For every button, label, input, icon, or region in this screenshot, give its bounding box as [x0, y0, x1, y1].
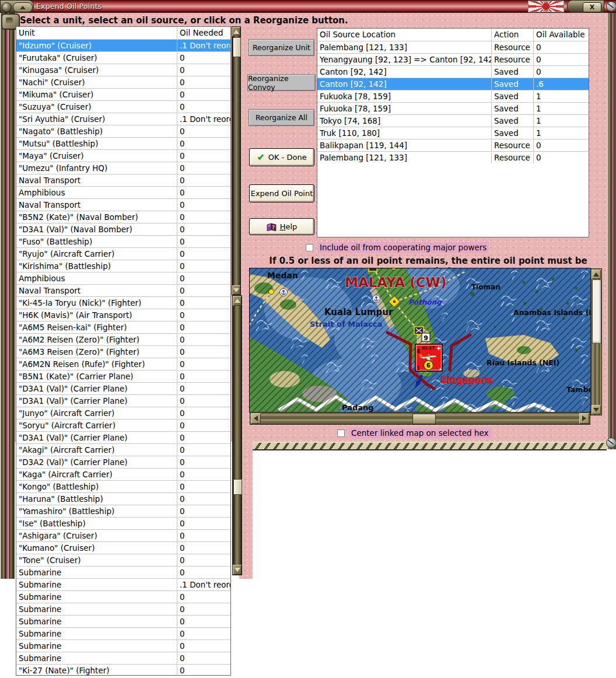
unit-row[interactable]: "Idzumo" (Cruiser) .1 Don't reorg: [16, 39, 230, 51]
oil-source-row[interactable]: Yenangyaung [92, 123] => Canton [92, 142…: [317, 53, 589, 65]
unit-table-scrollbar[interactable]: [232, 26, 241, 295]
unit-row[interactable]: "Ise" (Battleship) 0: [16, 517, 230, 529]
oil-source-row[interactable]: Truk [110, 180] Saved 1: [317, 127, 589, 139]
oil-source-row[interactable]: Canton [92, 142] Saved 0: [317, 65, 589, 78]
oil-source-row[interactable]: Canton [92, 142] Saved .6: [317, 78, 589, 90]
map-label-strait-of-malacca: Strait of Malacca: [310, 320, 382, 328]
expend-oil-point-button[interactable]: Expend Oil Point: [249, 184, 314, 202]
unit-row[interactable]: Submarine 0: [16, 590, 230, 603]
unit-row[interactable]: Submarine 0: [16, 627, 230, 639]
close-panel: X: [567, 0, 604, 13]
unit-row[interactable]: Amphibious 0: [16, 186, 230, 198]
unit-row[interactable]: "Ryujo" (Aircraft Carrier) 0: [16, 247, 230, 260]
instruction-text: Select a unit, select an oil source, or …: [20, 15, 592, 26]
include-oil-checkbox[interactable]: [306, 244, 313, 251]
unit-row[interactable]: "D3A1 (Val)" (Carrier Plane) 0: [16, 431, 230, 443]
unit-row[interactable]: "Soryu" (Aircraft Carrier) 0: [16, 419, 230, 431]
map-viewport[interactable]: 9 Ki-27 4 1 6: [250, 268, 590, 412]
unit-row[interactable]: "Yamashiro" (Battleship) 0: [16, 505, 230, 517]
unit-row[interactable]: "A6M5 Reisen-kai" (Fighter) 0: [16, 321, 230, 333]
unit-row[interactable]: "Maya" (Cruiser) 0: [16, 149, 230, 162]
unit-row[interactable]: "Junyo" (Aircraft Carrier) 0: [16, 407, 230, 419]
help-button[interactable]: ? Help: [249, 218, 314, 235]
scroll-down-button[interactable]: [233, 565, 242, 575]
reorganize-all-button[interactable]: Reorganize All: [249, 109, 314, 126]
system-knob-icon[interactable]: [2, 2, 12, 12]
unit-row[interactable]: "Kirishima" (Battleship) 0: [16, 260, 230, 272]
scroll-up-button[interactable]: [233, 296, 242, 306]
unit-row[interactable]: "B5N1 (Kate)" (Carrier Plane) 0: [16, 370, 230, 382]
scroll-down-button[interactable]: [232, 285, 240, 295]
unit-row[interactable]: "Mikuma" (Cruiser) 0: [16, 88, 230, 100]
unit-row[interactable]: "Kaga" (Aircraft Carrier) 0: [16, 468, 230, 480]
unit-row[interactable]: "Kongo" (Battleship) 0: [16, 480, 230, 492]
unit-row[interactable]: Amphibious 0: [16, 272, 230, 284]
unit-row[interactable]: "A6M2 Reisen (Zero)" (Fighter) 0: [16, 333, 230, 345]
unit-row[interactable]: "D3A1 (Val)" (Naval Bomber) 0: [16, 223, 230, 235]
unit-row[interactable]: "Furutaka" (Cruiser) 0: [16, 51, 230, 64]
unit-row[interactable]: "Mutsu" (Battleship) 0: [16, 137, 230, 149]
center-map-option[interactable]: Center linked map on selected hex: [337, 428, 491, 438]
unit-row[interactable]: "B5N2 (Kate)" (Naval Bomber) 0: [16, 211, 230, 223]
unit-row[interactable]: "Fuso" (Battleship) 0: [16, 235, 230, 247]
unit-row[interactable]: "Umezu" (Infantry HQ) 0: [16, 162, 230, 174]
unit-row[interactable]: Naval Transport 0: [16, 174, 230, 186]
unit-name-cell: "Maya" (Cruiser): [16, 150, 177, 162]
ok-done-button[interactable]: ✔ OK - Done: [249, 148, 314, 166]
unit-row[interactable]: "Nagato" (Battleship) 0: [16, 125, 230, 137]
unit-row[interactable]: "Nachi" (Cruiser) 0: [16, 76, 230, 88]
unit-row[interactable]: Naval Transport 0: [16, 284, 230, 296]
map-horizontal-scrollbar[interactable]: [250, 412, 590, 425]
unit-row[interactable]: Submarine 0: [16, 566, 230, 578]
unit-row[interactable]: "D3A1 (Val)" (Carrier Plane) 0: [16, 394, 230, 407]
unit-row[interactable]: Submarine .1 Don't reorg: [16, 578, 230, 590]
oil-source-row[interactable]: Tokyo [74, 168] Saved 1: [317, 114, 589, 127]
map-scroll-right-button[interactable]: [579, 413, 589, 424]
close-button[interactable]: X: [583, 2, 601, 12]
map-vertical-scrollbar[interactable]: [590, 268, 602, 415]
unit-row[interactable]: "Kumano" (Cruiser) 0: [16, 541, 230, 554]
map-scroll-down-button[interactable]: [592, 405, 601, 414]
scroll-up-button[interactable]: [232, 27, 240, 36]
map-scroll-left-button[interactable]: [251, 413, 261, 424]
map-scroll-up-button[interactable]: [592, 270, 601, 279]
unit-row[interactable]: Naval Transport 0: [16, 198, 230, 211]
unit-row[interactable]: Submarine 0: [16, 652, 230, 664]
scrollbar-thumb[interactable]: [233, 479, 242, 495]
unit-row[interactable]: "Ki-27 (Nate)" (Fighter) 0: [16, 664, 230, 676]
unit-row[interactable]: "D3A1 (Val)" (Carrier Plane) 0: [16, 382, 230, 394]
unit-row[interactable]: "Ashigara" (Cruiser) 0: [16, 529, 230, 541]
unit-row[interactable]: "D3A2 (Val)" (Carrier Plane) 0: [16, 456, 230, 468]
unit-row[interactable]: "Kinugasa" (Cruiser) 0: [16, 64, 230, 76]
oil-source-row[interactable]: Fukuoka [78, 159] Saved 1: [317, 90, 589, 102]
oil-source-row[interactable]: Palembang [121, 133] Resource 0: [317, 41, 589, 53]
oil-needed-cell: 0: [177, 567, 230, 578]
dialog-scrollbar[interactable]: [232, 295, 242, 575]
oil-source-row[interactable]: Balikpapan [119, 144] Resource 0: [317, 139, 589, 151]
unit-row[interactable]: "Ki-45-Ia Toryu (Nick)" (Fighter) 0: [16, 296, 230, 309]
center-map-checkbox[interactable]: [337, 429, 345, 437]
reorganize-convoy-button[interactable]: Reorganize Convoy: [247, 74, 316, 91]
map-hscroll-thumb[interactable]: [412, 414, 436, 424]
unit-row[interactable]: "H6K (Mavis)" (Air Transport) 0: [16, 309, 230, 321]
minimize-button[interactable]: [13, 2, 33, 12]
unit-row[interactable]: "Haruna" (Battleship) 0: [16, 492, 230, 505]
scrollbar-thumb[interactable]: [233, 37, 241, 57]
unit-row[interactable]: Submarine 0: [16, 639, 230, 652]
oil-source-row[interactable]: Palembang [121, 133] Resource 0: [317, 151, 589, 163]
unit-row[interactable]: "Sri Ayuthia" (Cruiser) .1 Don't reorg: [16, 113, 230, 125]
unit-row[interactable]: "Suzuya" (Cruiser) 0: [16, 100, 230, 113]
oil-source-row[interactable]: Fukuoka [78, 159] Saved 1: [317, 102, 589, 114]
map-vscroll-thumb[interactable]: [592, 279, 601, 344]
unit-row[interactable]: "Tone" (Cruiser) 0: [16, 554, 230, 566]
include-oil-option[interactable]: Include oil from cooperating major power…: [306, 242, 489, 253]
unit-row[interactable]: Submarine 0: [16, 615, 230, 627]
unit-row[interactable]: "A6M3 Reisen (Zero)" (Fighter) 0: [16, 345, 230, 358]
reorganize-unit-button[interactable]: Reorganize Unit: [249, 39, 314, 56]
location-cell: Tokyo [74, 168]: [317, 115, 492, 127]
unit-row[interactable]: "A6M2N Reisen (Rufe)" (Fighter) 0: [16, 358, 230, 370]
unit-row[interactable]: Submarine 0: [16, 603, 230, 615]
ki-27-unit-counter[interactable]: Ki-27 4 1 6: [415, 344, 443, 372]
unit-name-cell: "Kaga" (Aircraft Carrier): [16, 469, 177, 480]
unit-row[interactable]: "Akagi" (Aircraft Carrier) 0: [16, 443, 230, 456]
